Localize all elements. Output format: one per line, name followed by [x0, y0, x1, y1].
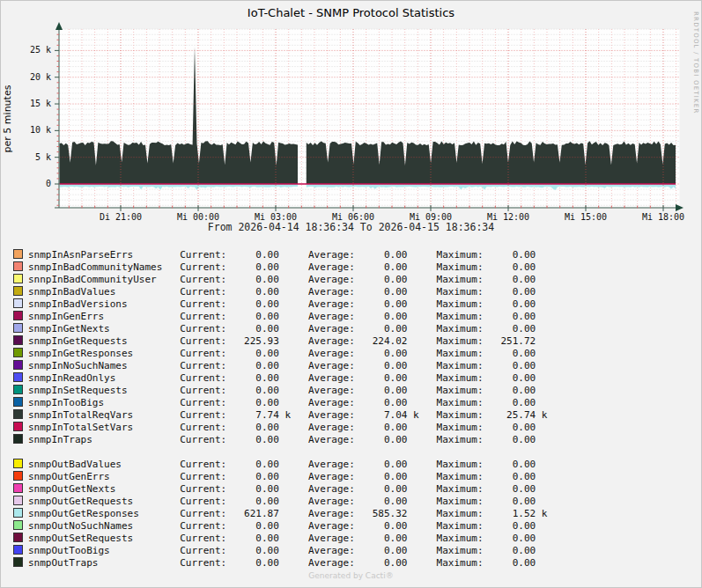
legend-row-text: snmpOutGetNexts Current: 0.00 Average: 0…: [28, 483, 536, 495]
legend-color-swatch: [13, 533, 23, 542]
legend-color-swatch: [13, 360, 23, 370]
legend-color-swatch: [13, 385, 23, 394]
legend-row: snmpOutTooBigs Current: 0.00 Average: 0.…: [13, 545, 547, 557]
legend-row: snmpOutNoSuchNames Current: 0.00 Average…: [13, 520, 547, 533]
legend-color-swatch: [13, 348, 23, 357]
y-tick-label: 5 k: [0, 152, 51, 162]
legend-row: snmpInGetRequests Current: 225.93 Averag…: [13, 335, 547, 348]
legend-row: snmpInBadCommunityNames Current: 0.00 Av…: [13, 261, 547, 274]
legend-group: snmpInAsnParseErrs Current: 0.00 Average…: [13, 249, 547, 446]
legend-row-text: snmpOutGetRequests Current: 0.00 Average…: [28, 496, 536, 507]
legend-color-swatch: [13, 496, 23, 505]
legend-row-text: snnpInBadCommunityUser Current: 0.00 Ave…: [28, 274, 536, 285]
legend-color-swatch: [13, 459, 23, 468]
legend-row-text: snmpInBadCommunityNames Current: 0.00 Av…: [28, 261, 536, 273]
legend-color-swatch: [13, 335, 23, 345]
legend-row-text: snmpOutGenErrs Current: 0.00 Average: 0.…: [28, 471, 536, 482]
legend-row-text: snmpInGetRequests Current: 225.93 Averag…: [28, 335, 536, 347]
legend-color-swatch: [13, 422, 23, 431]
y-tick-label: 0: [0, 179, 51, 188]
legend-color-swatch: [13, 545, 23, 555]
legend-row-text: snmpInBadVersions Current: 0.00 Average:…: [28, 298, 536, 310]
legend-row-text: snmpOutNoSuchNames Current: 0.00 Average…: [28, 520, 536, 532]
y-tick-label: 25 k: [0, 45, 51, 55]
legend-color-swatch: [13, 311, 23, 320]
legend-row-text: snmpInGenErrs Current: 0.00 Average: 0.0…: [28, 311, 536, 322]
legend-color-swatch: [13, 249, 23, 259]
legend-row: snmpInTraps Current: 0.00 Average: 0.00 …: [13, 434, 547, 446]
legend-row-text: snmpInReadOnlys Current: 0.00 Average: 0…: [28, 372, 536, 384]
legend-row-text: snmpInGetNexts Current: 0.00 Average: 0.…: [28, 323, 536, 334]
legend-color-swatch: [13, 397, 23, 407]
legend-row-text: snmpInTooBigs Current: 0.00 Average: 0.0…: [28, 397, 536, 408]
legend-row: snmpOutGenErrs Current: 0.00 Average: 0.…: [13, 471, 547, 483]
legend-row-text: snmpInNoSuchNames Current: 0.00 Average:…: [28, 360, 536, 371]
y-tick-label: 10 k: [0, 125, 51, 135]
legend-group: snmpOutBadValues Current: 0.00 Average: …: [13, 459, 547, 570]
legend-row-text: snmpOutBadValues Current: 0.00 Average: …: [28, 459, 536, 470]
legend-color-swatch: [13, 286, 23, 296]
legend-color-swatch: [13, 557, 23, 567]
legend-color-swatch: [13, 508, 23, 518]
cacti-graph-image: IoT-Chalet - SNMP Protocol Statistics pe…: [0, 0, 702, 588]
legend-row: snmpInNoSuchNames Current: 0.00 Average:…: [13, 360, 547, 372]
time-range-label: From 2026-04-14 18:36:34 To 2026-04-15 1…: [0, 221, 702, 233]
legend-color-swatch: [13, 274, 23, 283]
legend-color-swatch: [13, 434, 23, 444]
legend-row-text: snmpInGetResponses Current: 0.00 Average…: [28, 348, 536, 359]
legend-row: snmpOutGetResponses Current: 621.87 Aver…: [13, 508, 547, 520]
legend-row: snmpInSetRequests Current: 0.00 Average:…: [13, 385, 547, 397]
legend-row: snmpInGenErrs Current: 0.00 Average: 0.0…: [13, 311, 547, 323]
legend-row-text: snmpInBadValues Current: 0.00 Average: 0…: [28, 286, 536, 298]
legend-row: snmpOutGetNexts Current: 0.00 Average: 0…: [13, 483, 547, 496]
legend-color-swatch: [13, 471, 23, 481]
legend-row-text: snmpOutSetRequests Current: 0.00 Average…: [28, 533, 536, 544]
legend-color-swatch: [13, 483, 23, 493]
plot-area: [0, 0, 702, 242]
legend-row: snmpInGetResponses Current: 0.00 Average…: [13, 348, 547, 360]
legend-row: snmpOutGetRequests Current: 0.00 Average…: [13, 496, 547, 508]
y-tick-label: 20 k: [0, 72, 51, 82]
legend-row: snmpInGetNexts Current: 0.00 Average: 0.…: [13, 323, 547, 335]
legend-row-text: snmpInTotalReqVars Current: 7.74 k Avera…: [28, 409, 547, 421]
legend-row-text: snmpInTraps Current: 0.00 Average: 0.00 …: [28, 434, 536, 445]
legend-row: snmpOutTraps Current: 0.00 Average: 0.00…: [13, 557, 547, 570]
legend-row: snmpOutBadValues Current: 0.00 Average: …: [13, 459, 547, 471]
legend-row: snmpInTotalReqVars Current: 7.74 k Avera…: [13, 409, 547, 422]
legend-row-text: snmpInTotalSetVars Current: 0.00 Average…: [28, 422, 536, 433]
legend-color-swatch: [13, 323, 23, 333]
y-tick-label: 15 k: [0, 99, 51, 108]
legend-color-swatch: [13, 298, 23, 308]
legend-row-text: snmpOutGetResponses Current: 621.87 Aver…: [28, 508, 547, 519]
legend-row-text: snmpInSetRequests Current: 0.00 Average:…: [28, 385, 536, 396]
legend-row: snmpInTotalSetVars Current: 0.00 Average…: [13, 422, 547, 434]
legend-row: snmpInTooBigs Current: 0.00 Average: 0.0…: [13, 397, 547, 409]
legend-color-swatch: [13, 261, 23, 271]
legend-row: snmpOutSetRequests Current: 0.00 Average…: [13, 533, 547, 545]
legend-row-text: snmpOutTooBigs Current: 0.00 Average: 0.…: [28, 545, 536, 556]
legend-row: snmpInBadVersions Current: 0.00 Average:…: [13, 298, 547, 311]
cacti-footer: Generated by Cacti®: [0, 571, 702, 580]
legend-row: snnpInBadCommunityUser Current: 0.00 Ave…: [13, 274, 547, 286]
legend-row-text: snmpInAsnParseErrs Current: 0.00 Average…: [28, 249, 536, 261]
legend-color-swatch: [13, 372, 23, 382]
legend-color-swatch: [13, 409, 23, 419]
legend-color-swatch: [13, 520, 23, 530]
legend: snmpInAsnParseErrs Current: 0.00 Average…: [13, 249, 547, 582]
legend-row: snmpInReadOnlys Current: 0.00 Average: 0…: [13, 372, 547, 385]
legend-row: snmpInBadValues Current: 0.00 Average: 0…: [13, 286, 547, 298]
legend-row-text: snmpOutTraps Current: 0.00 Average: 0.00…: [28, 557, 536, 569]
legend-row: snmpInAsnParseErrs Current: 0.00 Average…: [13, 249, 547, 261]
